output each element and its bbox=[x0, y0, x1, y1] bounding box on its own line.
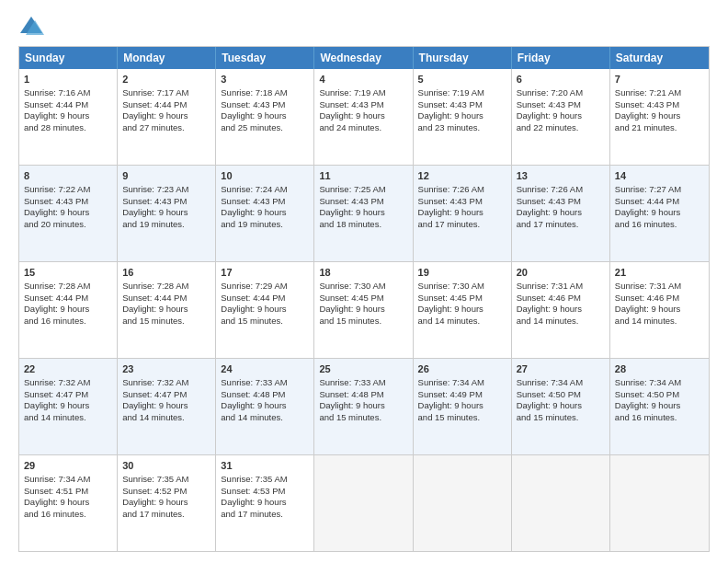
day-number: 9 bbox=[122, 169, 210, 183]
day-info-line: Sunset: 4:43 PM bbox=[24, 196, 112, 208]
day-info-line: Sunset: 4:48 PM bbox=[221, 389, 309, 401]
day-info-line: Daylight: 9 hours bbox=[517, 207, 605, 219]
day-info-line: Sunset: 4:43 PM bbox=[517, 99, 605, 111]
day-number: 16 bbox=[122, 266, 210, 280]
day-info-line: Sunrise: 7:31 AM bbox=[517, 281, 605, 293]
day-info-line: Sunset: 4:43 PM bbox=[221, 99, 309, 111]
day-info-line: Daylight: 9 hours bbox=[517, 304, 605, 316]
day-info-line: Daylight: 9 hours bbox=[319, 304, 407, 316]
day-cell-9: 9Sunrise: 7:23 AMSunset: 4:43 PMDaylight… bbox=[118, 166, 216, 261]
page: SundayMondayTuesdayWednesdayThursdayFrid… bbox=[0, 0, 728, 563]
day-info-line: Sunset: 4:43 PM bbox=[615, 99, 704, 111]
day-number: 19 bbox=[418, 266, 506, 280]
day-info-line: Daylight: 9 hours bbox=[319, 400, 407, 412]
day-info-line: Sunrise: 7:16 AM bbox=[24, 87, 112, 99]
day-number: 23 bbox=[122, 362, 210, 376]
day-info-line: Daylight: 9 hours bbox=[122, 400, 210, 412]
day-number: 12 bbox=[418, 169, 506, 183]
header-cell-saturday: Saturday bbox=[610, 47, 709, 69]
day-cell-5: 5Sunrise: 7:19 AMSunset: 4:43 PMDaylight… bbox=[414, 69, 512, 165]
day-info-line: Sunset: 4:44 PM bbox=[24, 293, 112, 304]
day-info-line: Sunrise: 7:25 AM bbox=[319, 184, 407, 196]
header-cell-wednesday: Wednesday bbox=[314, 47, 413, 69]
day-info-line: Sunset: 4:43 PM bbox=[319, 99, 407, 111]
day-cell-17: 17Sunrise: 7:29 AMSunset: 4:44 PMDayligh… bbox=[216, 262, 314, 358]
calendar-row-5: 29Sunrise: 7:34 AMSunset: 4:51 PMDayligh… bbox=[19, 454, 709, 551]
day-info-line: Sunrise: 7:33 AM bbox=[221, 377, 309, 389]
day-info-line: Daylight: 9 hours bbox=[615, 207, 704, 219]
day-info-line: and 14 minutes. bbox=[517, 316, 605, 327]
day-number: 25 bbox=[319, 362, 407, 376]
day-number: 29 bbox=[24, 459, 112, 473]
day-cell-3: 3Sunrise: 7:18 AMSunset: 4:43 PMDaylight… bbox=[216, 69, 314, 165]
day-info-line: Sunrise: 7:17 AM bbox=[122, 87, 210, 99]
day-info-line: Sunrise: 7:35 AM bbox=[221, 474, 309, 486]
day-cell-27: 27Sunrise: 7:34 AMSunset: 4:50 PMDayligh… bbox=[512, 359, 610, 454]
empty-cell bbox=[414, 455, 512, 551]
calendar-row-4: 22Sunrise: 7:32 AMSunset: 4:47 PMDayligh… bbox=[19, 358, 709, 454]
day-info-line: and 17 minutes. bbox=[221, 509, 309, 521]
day-info-line: Sunset: 4:47 PM bbox=[24, 389, 112, 401]
day-info-line: Daylight: 9 hours bbox=[615, 400, 704, 412]
day-info-line: Sunset: 4:44 PM bbox=[122, 99, 210, 111]
day-info-line: Sunset: 4:52 PM bbox=[122, 486, 210, 498]
day-info-line: Sunrise: 7:32 AM bbox=[122, 377, 210, 389]
day-info-line: and 24 minutes. bbox=[319, 122, 407, 134]
day-cell-19: 19Sunrise: 7:30 AMSunset: 4:45 PMDayligh… bbox=[414, 262, 512, 358]
day-info-line: Sunset: 4:43 PM bbox=[418, 99, 506, 111]
day-info-line: Daylight: 9 hours bbox=[221, 110, 309, 122]
day-info-line: and 17 minutes. bbox=[517, 219, 605, 231]
day-number: 4 bbox=[319, 73, 407, 86]
day-number: 10 bbox=[221, 169, 309, 183]
day-number: 2 bbox=[122, 73, 210, 86]
day-number: 1 bbox=[24, 73, 112, 86]
day-number: 24 bbox=[221, 362, 309, 376]
day-number: 30 bbox=[122, 459, 210, 473]
day-info-line: and 14 minutes. bbox=[418, 316, 506, 327]
day-cell-11: 11Sunrise: 7:25 AMSunset: 4:43 PMDayligh… bbox=[314, 166, 413, 261]
calendar-row-1: 1Sunrise: 7:16 AMSunset: 4:44 PMDaylight… bbox=[19, 69, 709, 165]
day-info-line: Sunset: 4:43 PM bbox=[221, 196, 309, 208]
day-info-line: Daylight: 9 hours bbox=[418, 207, 506, 219]
day-info-line: Daylight: 9 hours bbox=[418, 400, 506, 412]
day-info-line: Sunset: 4:46 PM bbox=[517, 293, 605, 304]
day-info-line: Sunrise: 7:28 AM bbox=[122, 281, 210, 293]
day-info-line: Daylight: 9 hours bbox=[615, 110, 704, 122]
day-info-line: and 17 minutes. bbox=[418, 219, 506, 231]
day-number: 26 bbox=[418, 362, 506, 376]
day-number: 17 bbox=[221, 266, 309, 280]
day-info-line: Sunset: 4:44 PM bbox=[615, 196, 704, 208]
logo-icon bbox=[18, 15, 44, 37]
day-info-line: Daylight: 9 hours bbox=[517, 400, 605, 412]
day-info-line: Sunset: 4:53 PM bbox=[221, 486, 309, 498]
day-number: 18 bbox=[319, 266, 407, 280]
day-info-line: Daylight: 9 hours bbox=[221, 207, 309, 219]
day-info-line: and 15 minutes. bbox=[319, 412, 407, 424]
day-cell-23: 23Sunrise: 7:32 AMSunset: 4:47 PMDayligh… bbox=[118, 359, 216, 454]
day-info-line: Sunrise: 7:32 AM bbox=[24, 377, 112, 389]
day-cell-14: 14Sunrise: 7:27 AMSunset: 4:44 PMDayligh… bbox=[610, 166, 709, 261]
header-cell-friday: Friday bbox=[512, 47, 610, 69]
empty-cell bbox=[314, 455, 413, 551]
day-info-line: Sunrise: 7:35 AM bbox=[122, 474, 210, 486]
day-info-line: Sunrise: 7:22 AM bbox=[24, 184, 112, 196]
day-info-line: and 15 minutes. bbox=[122, 316, 210, 327]
day-info-line: Daylight: 9 hours bbox=[221, 497, 309, 509]
day-number: 11 bbox=[319, 169, 407, 183]
day-info-line: and 19 minutes. bbox=[122, 219, 210, 231]
day-cell-30: 30Sunrise: 7:35 AMSunset: 4:52 PMDayligh… bbox=[118, 455, 216, 551]
day-info-line: and 18 minutes. bbox=[319, 219, 407, 231]
day-info-line: and 28 minutes. bbox=[24, 122, 112, 134]
day-info-line: Sunrise: 7:20 AM bbox=[517, 87, 605, 99]
day-info-line: Daylight: 9 hours bbox=[24, 304, 112, 316]
day-cell-29: 29Sunrise: 7:34 AMSunset: 4:51 PMDayligh… bbox=[19, 455, 118, 551]
day-cell-18: 18Sunrise: 7:30 AMSunset: 4:45 PMDayligh… bbox=[314, 262, 413, 358]
day-cell-7: 7Sunrise: 7:21 AMSunset: 4:43 PMDaylight… bbox=[610, 69, 709, 165]
day-info-line: Sunrise: 7:34 AM bbox=[517, 377, 605, 389]
day-info-line: and 20 minutes. bbox=[24, 219, 112, 231]
day-info-line: Sunset: 4:49 PM bbox=[418, 389, 506, 401]
day-info-line: Daylight: 9 hours bbox=[122, 304, 210, 316]
day-info-line: and 14 minutes. bbox=[221, 412, 309, 424]
day-cell-22: 22Sunrise: 7:32 AMSunset: 4:47 PMDayligh… bbox=[19, 359, 118, 454]
day-number: 5 bbox=[418, 73, 506, 86]
